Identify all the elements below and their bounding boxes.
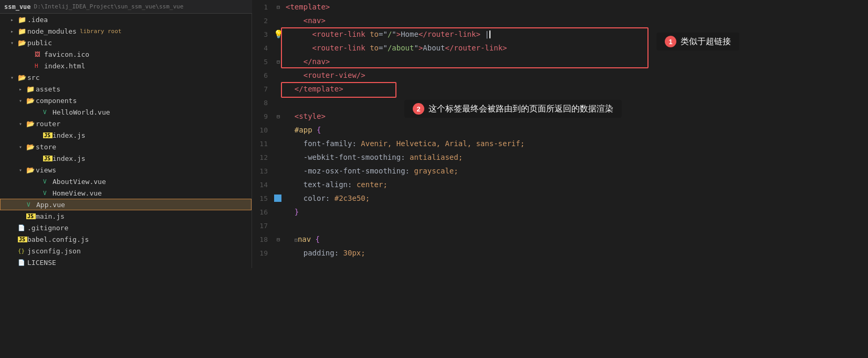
line-content: <nav> bbox=[284, 16, 868, 25]
code-line-14: 14 text-align: center; bbox=[252, 178, 868, 191]
title-bar: ssm_vue D:\Intelij_IDEA_Project\sun_ssm_… bbox=[0, 0, 252, 14]
sidebar-item-HelloWorld[interactable]: VHelloWorld.vue bbox=[0, 106, 252, 118]
badge: library root bbox=[80, 28, 121, 35]
line-number: 12 bbox=[252, 154, 273, 161]
line-gutter: ⊟ bbox=[273, 59, 284, 65]
sidebar-item-favicon[interactable]: 🖼favicon.ico bbox=[0, 48, 252, 60]
sidebar-item-jsconfig[interactable]: {}jsconfig.json bbox=[0, 245, 252, 257]
line-number: 13 bbox=[252, 167, 273, 175]
item-label: public bbox=[27, 39, 52, 47]
line-number: 9 bbox=[252, 112, 273, 120]
fold-icon[interactable]: ⊟ bbox=[277, 59, 280, 65]
item-label: babel.config.js bbox=[27, 236, 89, 243]
line-number: 15 bbox=[252, 195, 273, 202]
sidebar-item-src[interactable]: ▾📂src bbox=[0, 71, 252, 83]
line-gutter bbox=[273, 195, 284, 202]
sidebar-item-AboutView[interactable]: VAboutView.vue bbox=[0, 176, 252, 187]
sidebar-item-views[interactable]: ▾📂views bbox=[0, 164, 252, 176]
line-number: 6 bbox=[252, 71, 273, 79]
line-gutter: ⊟ bbox=[273, 114, 284, 119]
line-content: </template> bbox=[284, 85, 868, 93]
line-content: <router-link to="/about">About</router-l… bbox=[284, 44, 868, 52]
line-content: ⊟nav { bbox=[284, 235, 868, 243]
project-path: D:\Intelij_IDEA_Project\sun_ssm_vue\ssm_… bbox=[34, 3, 184, 10]
line-number: 17 bbox=[252, 222, 273, 230]
item-label: favicon.ico bbox=[44, 50, 89, 58]
line-content: -webkit-font-smoothing: antialiased; bbox=[284, 153, 868, 161]
line-number: 16 bbox=[252, 208, 273, 216]
file-tree: ▸📁.idea▸📁node_moduleslibrary root▾📂publi… bbox=[0, 14, 252, 268]
sidebar-item-HomeView[interactable]: VHomeView.vue bbox=[0, 187, 252, 199]
sidebar-item-router[interactable]: ▾📂router bbox=[0, 118, 252, 129]
line-gutter: ⊟ bbox=[273, 237, 284, 242]
code-line-13: 13 -moz-osx-font-smoothing: grayscale; bbox=[252, 164, 868, 178]
sidebar-item-assets[interactable]: ▸📁assets bbox=[0, 83, 252, 95]
code-line-6: 6 <router-view/> bbox=[252, 68, 868, 82]
line-content: <template> bbox=[284, 3, 868, 11]
color-swatch bbox=[274, 195, 281, 202]
line-number: 10 bbox=[252, 126, 273, 134]
item-label: main.js bbox=[36, 212, 65, 220]
code-line-2: 2 <nav> bbox=[252, 14, 868, 27]
sidebar-item-store[interactable]: ▾📂store bbox=[0, 141, 252, 152]
line-number: 8 bbox=[252, 99, 273, 107]
annotation-text-1: 类似于超链接 bbox=[681, 36, 731, 47]
item-label: App.vue bbox=[36, 201, 65, 209]
line-number: 4 bbox=[252, 44, 273, 52]
fold-icon[interactable]: ⊟ bbox=[277, 4, 280, 10]
line-content: <router-link to="/">Home</router-link> | bbox=[284, 30, 868, 39]
code-editor: 1 ⊟ <template> 2 <nav> 3 💡 <router-link … bbox=[252, 0, 868, 358]
project-name: ssm_vue bbox=[4, 3, 31, 11]
line-gutter: 💡 bbox=[273, 29, 284, 39]
item-label: .idea bbox=[27, 16, 48, 24]
line-content: } bbox=[284, 208, 868, 216]
item-label: router bbox=[36, 120, 60, 128]
sidebar-item-public[interactable]: ▾📂public bbox=[0, 37, 252, 48]
sidebar-item-gitignore[interactable]: 📄.gitignore bbox=[0, 222, 252, 233]
sidebar-item-babel_config[interactable]: JS babel.config.js bbox=[0, 233, 252, 245]
annotation-1: 1 类似于超链接 bbox=[656, 33, 739, 50]
item-label: LICENSE bbox=[27, 259, 56, 267]
item-label: components bbox=[36, 97, 77, 105]
item-label: HelloWorld.vue bbox=[53, 108, 110, 116]
code-line-10: 10 #app { bbox=[252, 123, 868, 137]
line-number: 19 bbox=[252, 249, 273, 257]
line-number: 2 bbox=[252, 17, 273, 25]
annotation-text-2: 这个标签最终会被路由到的页面所返回的数据渲染 bbox=[428, 104, 613, 115]
sidebar-item-index_html[interactable]: Hindex.html bbox=[0, 60, 252, 71]
fold-icon[interactable]: ⊟ bbox=[277, 114, 280, 119]
sidebar-item-store_index[interactable]: JS index.js bbox=[0, 152, 252, 164]
sidebar-item-main_js[interactable]: JS main.js bbox=[0, 210, 252, 222]
item-label: AboutView.vue bbox=[53, 178, 106, 186]
code-line-1: 1 ⊟ <template> bbox=[252, 0, 868, 14]
line-number: 14 bbox=[252, 181, 273, 189]
code-line-11: 11 font-family: Avenir, Helvetica, Arial… bbox=[252, 137, 868, 150]
sidebar-item-LICENSE[interactable]: 📄LICENSE bbox=[0, 257, 252, 268]
code-line-5: 5 ⊟ </nav> bbox=[252, 55, 868, 68]
fold-icon[interactable]: ⊟ bbox=[277, 237, 280, 242]
sidebar-item-router_index[interactable]: JS index.js bbox=[0, 129, 252, 141]
item-label: assets bbox=[36, 85, 60, 93]
sidebar: ssm_vue D:\Intelij_IDEA_Project\sun_ssm_… bbox=[0, 0, 252, 358]
sidebar-item-node_modules[interactable]: ▸📁node_moduleslibrary root bbox=[0, 25, 252, 37]
sidebar-item-idea[interactable]: ▸📁.idea bbox=[0, 14, 252, 25]
item-label: src bbox=[27, 74, 39, 81]
bulb-icon[interactable]: 💡 bbox=[274, 29, 284, 39]
line-content: color: #2c3e50; bbox=[284, 194, 868, 202]
sidebar-item-components[interactable]: ▾📂components bbox=[0, 95, 252, 106]
item-label: node_modules bbox=[27, 27, 77, 35]
code-line-19: 19 padding: 30px; bbox=[252, 246, 868, 260]
line-content: padding: 30px; bbox=[284, 249, 868, 257]
item-label: store bbox=[36, 143, 56, 151]
line-content: -moz-osx-font-smoothing: grayscale; bbox=[284, 167, 868, 175]
line-gutter: ⊟ bbox=[273, 4, 284, 10]
item-label: HomeView.vue bbox=[53, 189, 102, 197]
item-label: views bbox=[36, 166, 56, 174]
line-content: </nav> bbox=[284, 57, 868, 66]
code-line-18: 18 ⊟ ⊟nav { bbox=[252, 232, 868, 246]
item-label: index.html bbox=[44, 62, 85, 70]
item-label: index.js bbox=[53, 155, 86, 162]
annotation-num-2: 2 bbox=[413, 103, 424, 115]
line-content: #app { bbox=[284, 126, 868, 134]
sidebar-item-App_vue[interactable]: VApp.vue bbox=[0, 199, 252, 210]
